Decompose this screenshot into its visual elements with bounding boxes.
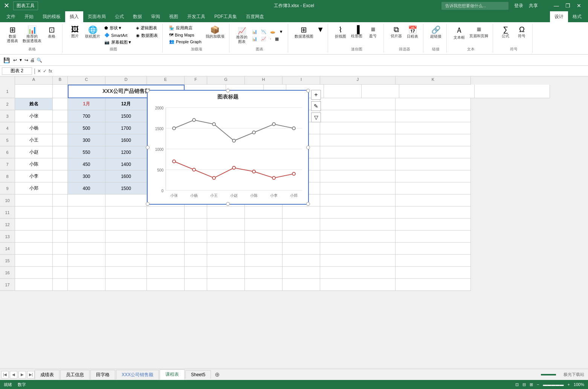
cell-d4[interactable]: 1700	[105, 122, 147, 134]
cell-k3[interactable]	[396, 110, 471, 122]
cell-d2[interactable]: 12月	[105, 98, 147, 110]
cell-b16[interactable]	[53, 267, 68, 279]
cell-c16[interactable]	[68, 267, 105, 279]
cell-a1[interactable]	[15, 85, 53, 98]
cell-j4[interactable]	[320, 122, 396, 134]
formula-btn[interactable]: ∑ 公式	[498, 24, 513, 39]
textbox-btn[interactable]: Ａ 文本框	[452, 24, 467, 41]
zoom-out-btn[interactable]: −	[537, 382, 539, 387]
cell-b2[interactable]	[53, 98, 68, 110]
cell-j5[interactable]	[320, 134, 396, 146]
line-sparkline-btn[interactable]: ⌇ 折线图	[333, 24, 348, 40]
cell-a2[interactable]: 姓名	[15, 98, 53, 110]
add-sheet-btn[interactable]: ⊕	[212, 369, 223, 380]
cell-b9[interactable]	[53, 182, 68, 194]
cell-i17[interactable]	[283, 279, 320, 291]
cell-h13[interactable]	[245, 231, 283, 243]
login-btn[interactable]: 登录	[514, 3, 523, 9]
customize-quick-access[interactable]: 🔍	[37, 58, 42, 63]
cell-g11[interactable]	[207, 207, 245, 219]
cell-d11[interactable]	[105, 207, 147, 219]
cell-d10[interactable]	[105, 194, 147, 207]
cell-j16[interactable]	[320, 267, 396, 279]
handle-br[interactable]	[306, 202, 310, 206]
cell-d17[interactable]	[105, 279, 147, 291]
tab-chengji[interactable]: 成绩表	[35, 370, 60, 380]
cell-a17[interactable]	[15, 279, 53, 291]
cell-j17[interactable]	[320, 279, 396, 291]
tab-layout[interactable]: 页面布局	[83, 11, 110, 22]
cell-j9[interactable]	[320, 182, 396, 194]
tab-baidu[interactable]: 百度网盘	[241, 11, 269, 22]
cell-g12[interactable]	[207, 219, 245, 231]
column-sparkline-btn[interactable]: ▐ 柱形图	[349, 24, 364, 39]
tab-dev[interactable]: 开发工具	[183, 11, 210, 22]
header-footer-btn[interactable]: ≡ 页眉和页脚	[468, 24, 490, 39]
col-header-k[interactable]: K	[396, 76, 471, 85]
scroll-bar[interactable]	[541, 374, 556, 375]
cell-c15[interactable]	[68, 255, 105, 267]
scatter-btn[interactable]: ·	[269, 36, 273, 42]
tab-data[interactable]: 数据	[128, 11, 147, 22]
handle-top[interactable]	[226, 89, 230, 93]
cell-a10[interactable]	[15, 194, 53, 207]
save-btn[interactable]: 💾	[2, 56, 11, 64]
cell-j14[interactable]	[320, 243, 396, 255]
screenshot-btn[interactable]: 📷 屏幕截图▼	[103, 39, 133, 46]
view-layout-btn[interactable]: ⊟	[522, 382, 526, 387]
recommended-pivot-btn[interactable]: 📊 推荐的数据透视表	[21, 24, 43, 44]
chart-dropdown[interactable]: ▼	[316, 24, 325, 35]
insert-func-icon[interactable]: fx	[49, 68, 52, 74]
cell-i15[interactable]	[283, 255, 320, 267]
handle-tr[interactable]	[306, 89, 310, 93]
cell-c7[interactable]: 450	[68, 158, 105, 170]
cell-k16[interactable]	[396, 267, 471, 279]
share-btn[interactable]: 共享	[529, 3, 538, 9]
cell-g13[interactable]	[207, 231, 245, 243]
picture-btn[interactable]: 🖼 图片	[67, 24, 82, 39]
cell-j13[interactable]	[320, 231, 396, 243]
logic-chart-btn[interactable]: ◈ 逻辑图表	[134, 24, 159, 32]
cell-k4[interactable]	[396, 122, 471, 134]
filter-btn[interactable]: ▽	[311, 112, 321, 122]
cell-k5[interactable]	[396, 134, 471, 146]
col-header-g[interactable]: G	[207, 76, 245, 85]
cell-i13[interactable]	[283, 231, 320, 243]
cell-d5[interactable]: 1600	[105, 134, 147, 146]
print-preview-btn[interactable]: 🖨	[30, 58, 35, 63]
cell-e16[interactable]	[147, 267, 185, 279]
cell-k7[interactable]	[396, 158, 471, 170]
column-chart-btn[interactable]: 📊	[250, 29, 259, 35]
cell-b17[interactable]	[53, 279, 68, 291]
col-header-c[interactable]: C	[68, 76, 105, 85]
confirm-formula-icon[interactable]: ✓	[43, 68, 47, 74]
cell-f17[interactable]	[185, 279, 207, 291]
tab-file[interactable]: 文件	[2, 11, 20, 22]
cell-j2[interactable]	[320, 98, 396, 110]
zoom-in-btn[interactable]: +	[567, 382, 570, 387]
col-header-f[interactable]: F	[185, 76, 207, 85]
cell-d6[interactable]: 1200	[105, 146, 147, 158]
undo-btn[interactable]: ↩	[13, 58, 17, 63]
col-header-b[interactable]: B	[53, 76, 68, 85]
sheet-nav-prev[interactable]: ◀	[10, 371, 17, 378]
cell-h12[interactable]	[245, 219, 283, 231]
tab-sheet5[interactable]: Sheet5	[185, 370, 211, 379]
area-chart-btn[interactable]: 📈	[260, 36, 268, 42]
line-chart-btn[interactable]: 📉	[260, 29, 268, 35]
cell-d3[interactable]: 1500	[105, 110, 147, 122]
cell-b7[interactable]	[53, 158, 68, 170]
tab-xxx[interactable]: XXX公司销售额	[116, 370, 159, 380]
cell-j7[interactable]	[320, 158, 396, 170]
sheet-nav-first[interactable]: |◀	[1, 371, 9, 378]
cell-d9[interactable]: 1500	[105, 182, 147, 194]
winloss-btn[interactable]: ≡ 盈亏	[365, 24, 380, 39]
cell-b1[interactable]	[53, 85, 68, 98]
table-btn[interactable]: ⊡ 表格	[44, 24, 59, 40]
timeline-btn[interactable]: 📅 日程表	[405, 24, 420, 40]
store-btn[interactable]: 🏪 应用商店	[168, 24, 203, 32]
tab-kechengbiao[interactable]: 课程表	[160, 369, 185, 380]
cell-a3[interactable]: 小张	[15, 110, 53, 122]
cell-c3[interactable]: 700	[68, 110, 105, 122]
bing-maps-btn[interactable]: 🗺 Bing Maps	[168, 32, 203, 38]
